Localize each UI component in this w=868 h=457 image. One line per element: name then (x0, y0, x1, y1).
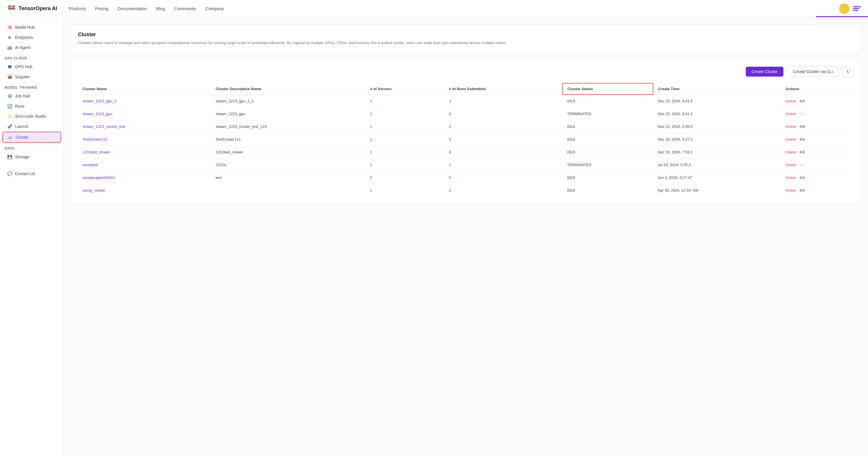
th-cluster-desc-name: Cluster Descriptive Name (211, 83, 365, 95)
cell-cluster-name: 1210test_shawn (78, 146, 211, 159)
create-cluster-cli-button[interactable]: Create Cluster via CLI (787, 66, 839, 77)
svg-point-1 (10, 5, 13, 7)
servers-count[interactable]: 1 (370, 188, 372, 193)
kill-button[interactable]: Kill (800, 137, 805, 142)
sidebar-item-label: AI Agent (15, 45, 30, 50)
cell-runs: 3 (444, 94, 563, 108)
delete-button[interactable]: Delete (785, 99, 797, 103)
cell-servers: 1 (365, 159, 444, 171)
delete-button[interactable]: Delete (785, 137, 797, 142)
status-badge: TERMINATED (567, 163, 592, 167)
th-cluster-status: Cluster Status (563, 83, 653, 95)
kill-button[interactable]: Kill (800, 188, 805, 193)
runs-count[interactable]: 1 (449, 163, 451, 167)
cell-actions: Delete Kill (781, 133, 854, 146)
delete-button[interactable]: Delete (785, 188, 797, 193)
sidebar-item-gpu-hub[interactable]: 💻 GPU Hub (2, 62, 61, 72)
cluster-name-link[interactable]: randybugbash0603 (83, 175, 115, 180)
sidebar-item-zero-code-studio[interactable]: ✨ Zero-code Studio (2, 111, 61, 121)
sidebar-item-supplier[interactable]: 📦 Supplier (2, 72, 61, 82)
runs-count[interactable]: 0 (449, 175, 451, 180)
servers-count[interactable]: 0 (370, 175, 372, 180)
refresh-button[interactable]: ↻ (842, 66, 854, 77)
nav-products[interactable]: Products (69, 6, 86, 11)
sidebar-item-storage[interactable]: 💾 Storage (2, 152, 61, 162)
nav-company[interactable]: Company (206, 6, 224, 11)
cell-desc-name: shawn_1223_gpu_2_1 (211, 94, 365, 108)
launch-icon: 🚀 (7, 124, 12, 129)
runs-count[interactable]: 3 (449, 99, 451, 103)
sidebar-item-contact-us[interactable]: 💬 Contact Us (2, 169, 61, 179)
servers-count[interactable]: 1 (370, 150, 372, 154)
sidebar-item-label: Model Hub (15, 25, 35, 30)
nav-pricing[interactable]: Pricing (95, 6, 108, 11)
cluster-name-link[interactable]: shawn_1223_cluster_test (83, 124, 125, 129)
cluster-name-link[interactable]: 1210test_shawn (83, 150, 110, 154)
kill-button[interactable]: Kill (800, 99, 805, 103)
cluster-name-link[interactable]: randy_cluster (83, 188, 105, 193)
avatar[interactable]: ⚡ (839, 3, 849, 14)
runs-count[interactable]: 2 (449, 124, 451, 129)
cell-servers: 1 (365, 133, 444, 146)
nav-community[interactable]: Community (174, 6, 196, 11)
table-row: TestCluster111 TestCluster111 1 3 IDLE D… (78, 133, 854, 146)
cell-status: IDLE (563, 120, 653, 133)
delete-button[interactable]: Delete (785, 124, 797, 129)
sidebar-item-ai-agent[interactable]: 🤖 AI Agent (2, 42, 61, 53)
delete-button[interactable]: Delete (785, 112, 797, 116)
nav-blog[interactable]: Blog (156, 6, 165, 11)
runs-count[interactable]: 8 (449, 150, 451, 154)
cell-servers: 1 (365, 94, 444, 108)
cell-actions: Delete Kill (781, 146, 854, 159)
kill-button: Kill (800, 163, 805, 167)
main-nav: Products Pricing Documentation Blog Comm… (69, 6, 839, 11)
user-bar-1 (853, 6, 861, 7)
runs-icon: 🔄 (7, 104, 12, 109)
svg-point-5 (13, 7, 15, 10)
runs-count[interactable]: 2 (449, 188, 451, 193)
sidebar-item-endpoints[interactable]: 🖥 Endpoints (2, 32, 61, 42)
cluster-name-link[interactable]: randytest (83, 163, 98, 167)
sidebar-item-job-hub[interactable]: ⚙️ Job Hub (2, 91, 61, 101)
sidebar-item-model-hub[interactable]: 🧠 Model Hub (2, 22, 61, 32)
svg-point-2 (13, 5, 15, 7)
logo[interactable]: TensorOpera AI (7, 4, 57, 13)
cluster-name-link[interactable]: TestCluster111 (83, 137, 108, 142)
runs-count[interactable]: 0 (449, 112, 451, 116)
sidebar-item-cluster[interactable]: 🗂 Cluster (2, 132, 61, 143)
delete-button[interactable]: Delete (785, 175, 797, 180)
servers-count[interactable]: 1 (370, 112, 372, 116)
servers-count[interactable]: 1 (370, 99, 372, 103)
cell-actions: Delete Kill (781, 159, 854, 171)
sidebar-item-runs[interactable]: 🔄 Runs (2, 101, 61, 111)
cell-servers: 1 (365, 108, 444, 120)
model-hub-icon: 🧠 (7, 25, 12, 30)
th-actions: Actions (781, 83, 854, 95)
table-row: randytest 2222a 1 1 TERMINATED Jul 19, 2… (78, 159, 854, 171)
data-section: Data (0, 143, 63, 152)
create-cluster-button[interactable]: Create Cluster (746, 67, 783, 77)
kill-button[interactable]: Kill (800, 175, 805, 180)
servers-count[interactable]: 1 (370, 124, 372, 129)
cluster-name-link[interactable]: shawn_1223_gpu_2 (83, 99, 117, 103)
delete-button[interactable]: Delete (785, 163, 797, 167)
servers-count[interactable]: 1 (370, 163, 372, 167)
storage-icon: 💾 (7, 154, 12, 160)
runs-count[interactable]: 3 (449, 137, 451, 142)
sidebar-item-launch[interactable]: 🚀 Launch (2, 121, 61, 131)
svg-point-3 (8, 7, 10, 10)
th-runs-submitted: # of Runs Submitted (444, 83, 563, 95)
actions-bar: Create Cluster Create Cluster via CLI ↻ (78, 66, 854, 77)
kill-button[interactable]: Kill (800, 150, 805, 154)
nav-documentation[interactable]: Documentation (118, 6, 147, 11)
th-create-time: Create Time (653, 83, 781, 95)
kill-button[interactable]: Kill (800, 124, 805, 129)
user-menu[interactable] (853, 6, 861, 11)
cell-runs: 0 (444, 171, 563, 184)
cluster-name-link[interactable]: shawn_1223_gpu (83, 112, 113, 116)
logo-icon (7, 4, 16, 13)
servers-count[interactable]: 1 (370, 137, 372, 142)
cell-desc-name (211, 184, 365, 197)
delete-button[interactable]: Delete (785, 150, 797, 154)
status-badge: IDLE (567, 137, 576, 142)
